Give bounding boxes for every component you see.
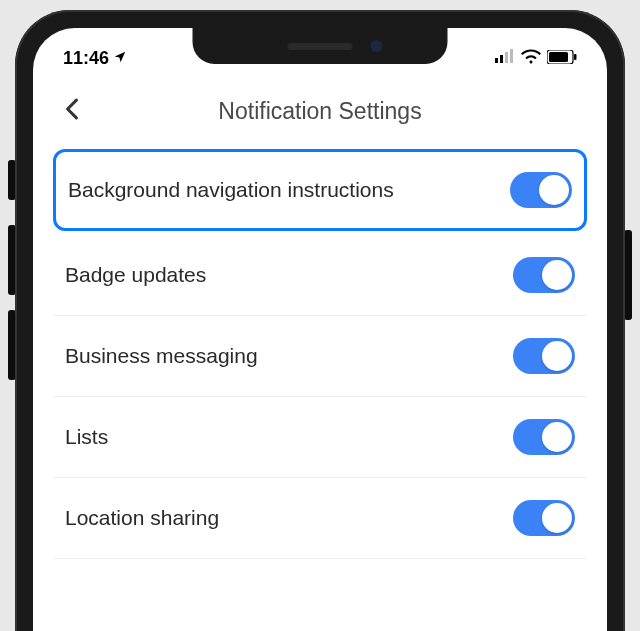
setting-lists[interactable]: Lists [53,397,587,478]
chevron-left-icon [65,98,79,124]
setting-business-messaging[interactable]: Business messaging [53,316,587,397]
speaker [288,43,353,50]
toggle-switch[interactable] [513,419,575,455]
nav-header: Notification Settings [33,78,607,144]
svg-rect-0 [495,58,498,63]
setting-label: Background navigation instructions [68,178,394,202]
back-button[interactable] [57,96,87,126]
settings-list: Background navigation instructions Badge… [33,144,607,559]
battery-icon [547,48,577,69]
setting-label: Badge updates [65,263,206,287]
setting-label: Location sharing [65,506,219,530]
notch [193,28,448,64]
cellular-signal-icon [495,48,515,69]
status-time: 11:46 [63,48,109,69]
setting-label: Lists [65,425,108,449]
page-title: Notification Settings [218,98,421,125]
svg-rect-3 [510,49,513,63]
toggle-switch[interactable] [513,257,575,293]
toggle-switch[interactable] [510,172,572,208]
setting-badge-updates[interactable]: Badge updates [53,235,587,316]
setting-label: Business messaging [65,344,258,368]
front-camera [371,40,383,52]
toggle-switch[interactable] [513,500,575,536]
setting-location-sharing[interactable]: Location sharing [53,478,587,559]
toggle-switch[interactable] [513,338,575,374]
svg-rect-1 [500,55,503,63]
setting-background-nav[interactable]: Background navigation instructions [53,149,587,231]
location-arrow-icon [113,48,127,69]
wifi-icon [521,48,541,69]
svg-rect-6 [574,54,577,60]
power-button [624,230,632,320]
svg-rect-5 [549,52,568,62]
screen: 11:46 [33,28,607,631]
svg-rect-2 [505,52,508,63]
phone-frame: 11:46 [15,10,625,631]
